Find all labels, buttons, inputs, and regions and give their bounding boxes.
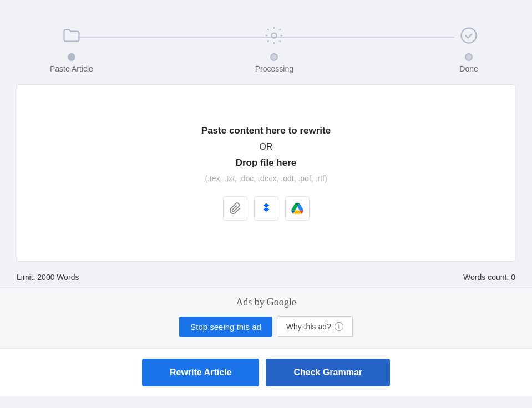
why-this-ad-button[interactable]: Why this ad? i <box>277 316 353 337</box>
check-icon <box>455 22 482 49</box>
step-label-paste: Paste Article <box>50 64 93 73</box>
ad-buttons: Stop seeing this ad Why this ad? i <box>1 316 531 337</box>
drop-area-extensions: (.tex, .txt, .doc, .docx, .odt, .pdf, .r… <box>205 174 327 183</box>
rewrite-article-button[interactable]: Rewrite Article <box>142 359 259 386</box>
svg-point-1 <box>462 28 477 43</box>
word-limit-label: Limit: 2000 Words <box>17 273 79 282</box>
step-dot-processing <box>270 53 278 61</box>
svg-point-0 <box>272 33 277 38</box>
drop-area-title: Paste content here to rewrite <box>201 125 331 136</box>
ad-header: Ads by Google <box>1 297 531 308</box>
google-text: Google <box>267 297 296 308</box>
step-label-done: Done <box>459 64 478 73</box>
drop-area-or: OR <box>260 142 273 152</box>
why-this-ad-label: Why this ad? <box>286 322 331 331</box>
step-label-processing: Processing <box>255 64 293 73</box>
step-processing: Processing <box>255 22 293 73</box>
drop-area-icons <box>223 196 310 221</box>
step-dot-done <box>465 53 473 61</box>
info-icon: i <box>335 322 343 331</box>
ads-by-text: Ads by <box>236 297 265 308</box>
ad-section: ← Ads by Google Stop seeing this ad Why … <box>0 287 532 349</box>
main-container: Paste Article Processing Done <box>0 0 532 287</box>
stop-seeing-ad-button[interactable]: Stop seeing this ad <box>179 317 272 337</box>
dropbox-button[interactable] <box>254 196 278 221</box>
action-buttons: Rewrite Article Check Grammar <box>0 349 532 396</box>
upload-file-button[interactable] <box>223 196 247 221</box>
step-dot-paste <box>68 53 75 61</box>
google-drive-button[interactable] <box>285 196 310 221</box>
drop-area[interactable]: Paste content here to rewrite OR Drop fi… <box>17 84 515 262</box>
stepper: Paste Article Processing Done <box>17 17 515 84</box>
step-paste: Paste Article <box>50 22 93 73</box>
folder-icon <box>58 22 85 49</box>
word-count-label: Words count: 0 <box>463 273 515 282</box>
word-count-bar: Limit: 2000 Words Words count: 0 <box>17 267 515 287</box>
drop-area-drop: Drop file here <box>236 157 297 169</box>
step-done: Done <box>455 22 482 73</box>
check-grammar-button[interactable]: Check Grammar <box>266 359 390 386</box>
gear-icon <box>261 22 287 49</box>
